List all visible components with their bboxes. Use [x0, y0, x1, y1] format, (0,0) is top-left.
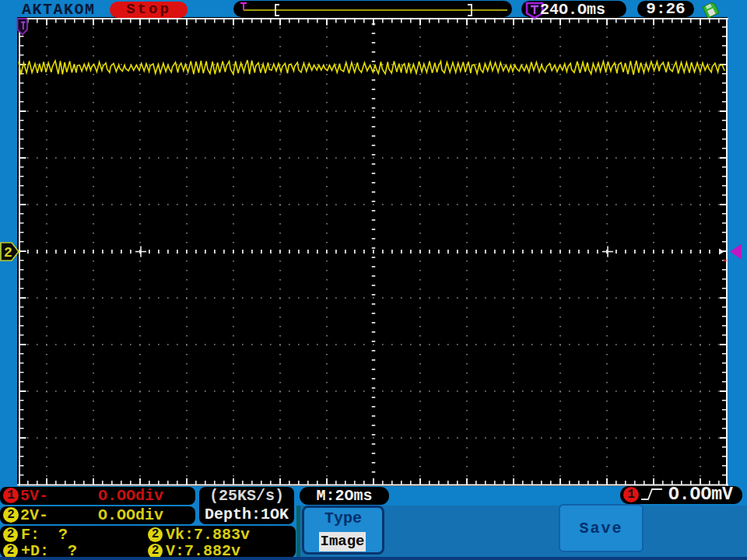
svg-text:2: 2 — [4, 245, 12, 261]
